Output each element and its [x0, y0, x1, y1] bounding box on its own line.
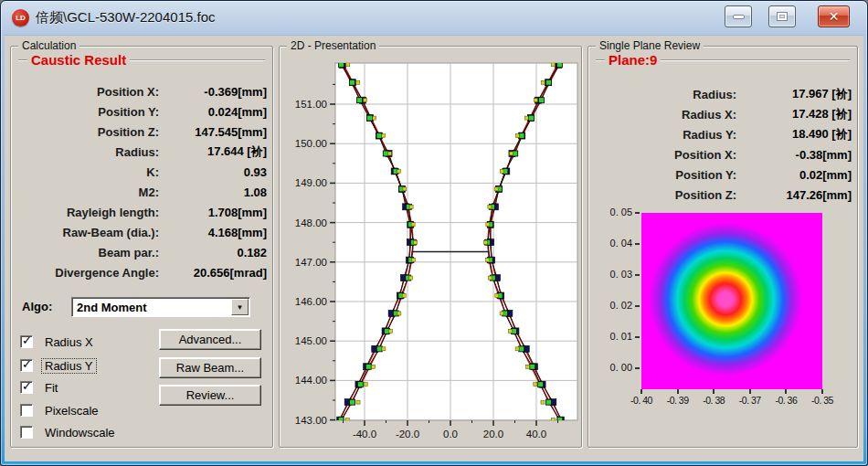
beam-x-tick-label: -0. 40 [623, 395, 660, 406]
svg-text:151.00: 151.00 [295, 99, 327, 110]
plane-heading: Plane:9 [596, 52, 850, 68]
result-row: Rayleigh length:1.708[mm] [15, 202, 272, 222]
caustic-result-rows: Position X:-0.369[mm] Position Y:0.024[m… [15, 81, 272, 282]
single-plane-review-group: Single Plane Review Plane:9 Radius:17.96… [587, 46, 858, 448]
checkbox-pixelscale[interactable]: Pixelscale [20, 400, 101, 420]
svg-text:149.00: 149.00 [295, 177, 327, 188]
caustic-chart[interactable]: 143.00144.00145.00146.00147.00148.00149.… [281, 56, 581, 445]
svg-text:-40.0: -40.0 [353, 429, 376, 440]
maximize-button[interactable] [768, 5, 796, 27]
result-row: Radius X:17.428 [衸] [592, 104, 857, 124]
beam-y-tick [635, 336, 640, 338]
algo-row: Algo: 2nd Moment ▼ [11, 297, 272, 318]
calculation-group: Calculation Caustic Result Position X:-0… [10, 46, 273, 448]
advanced-button[interactable]: Advanced... [159, 329, 261, 350]
beam-x-tick-label: -0. 38 [695, 395, 732, 406]
beam-x-tick [677, 389, 679, 394]
close-button[interactable]: ✕ [818, 5, 850, 27]
svg-text:150.00: 150.00 [295, 138, 327, 149]
checkbox-radius-y[interactable]: Radius Y [20, 355, 96, 376]
checkbox-radius-x[interactable]: Radius X [20, 332, 96, 352]
result-row: Position Z:147.26[mm] [592, 185, 857, 205]
svg-text:40.0: 40.0 [526, 429, 546, 440]
presentation-group: 2D - Presentation 143.00144.00145.00146.… [279, 46, 582, 448]
maximize-icon [777, 12, 788, 21]
beam-y-tick [635, 305, 640, 307]
beam-y-tick [635, 274, 640, 276]
beam-x-tick [713, 389, 715, 394]
review-button[interactable]: Review... [159, 385, 261, 406]
raw-beam-button[interactable]: Raw Beam... [159, 357, 261, 378]
algo-label: Algo: [22, 300, 52, 313]
window-title: 倍频\GCL-530W-2204015.foc [36, 9, 216, 26]
beam-x-tick-label: -0. 39 [660, 395, 696, 406]
client-area: Calculation Caustic Result Position X:-0… [5, 35, 863, 461]
checkbox-windowscale[interactable]: Windowscale [20, 422, 118, 442]
beam-y-tick-label: 0. 02 [588, 300, 632, 311]
svg-text:143.00: 143.00 [295, 415, 327, 426]
chevron-down-icon[interactable]: ▼ [231, 299, 249, 315]
svg-text:20.0: 20.0 [483, 429, 503, 440]
result-row: K:0.93 [15, 162, 272, 182]
calculation-caption: Calculation [18, 39, 79, 52]
checkbox-icon[interactable] [20, 335, 33, 348]
beam-x-tick-label: -0. 36 [767, 395, 804, 406]
checkbox-icon[interactable] [20, 426, 33, 439]
result-row: Radius Y:18.490 [衸] [592, 124, 857, 144]
svg-text:145.00: 145.00 [295, 335, 327, 346]
minimize-icon [733, 15, 745, 19]
beam-x-tick [749, 389, 751, 394]
checkbox-fit[interactable]: Fit [20, 377, 60, 397]
beam-x-tick [785, 389, 787, 394]
beam-y-tick [635, 243, 640, 245]
minimize-button[interactable] [725, 5, 752, 27]
checkbox-icon[interactable] [20, 381, 33, 394]
algo-dropdown[interactable]: 2nd Moment ▼ [71, 297, 250, 317]
result-row: Beam par.:0.182 [15, 242, 272, 262]
result-row: Divergence Angle:20.656[mrad] [15, 262, 272, 282]
checkbox-label: Radius Y [42, 359, 96, 373]
beam-x-tick-label: -0. 35 [804, 395, 841, 406]
svg-text:147.00: 147.00 [295, 257, 327, 268]
checkbox-icon[interactable] [20, 359, 33, 372]
close-icon: ✕ [829, 10, 840, 23]
beam-y-tick [635, 212, 640, 214]
result-row: Radius:17.644 [衸] [15, 142, 272, 162]
titlebar[interactable]: LD 倍频\GCL-530W-2204015.foc ✕ [2, 2, 866, 34]
app-logo-icon: LD [12, 9, 29, 26]
result-row: Position X:-0.369[mm] [15, 81, 272, 101]
beam-y-tick-label: 0. 03 [588, 269, 632, 280]
algo-selected-value: 2nd Moment [77, 301, 147, 314]
beam-y-tick-label: 0. 01 [588, 331, 632, 342]
result-row: Position Y:0.02[mm] [592, 164, 857, 185]
svg-text:144.00: 144.00 [295, 375, 327, 386]
checkbox-label: Radius X [42, 335, 96, 349]
beam-x-tick [640, 389, 642, 394]
app-window: LD 倍频\GCL-530W-2204015.foc ✕ Calculation… [0, 0, 868, 466]
review-caption: Single Plane Review [596, 39, 704, 52]
caustic-result-heading: Caustic Result [18, 52, 265, 68]
result-row: Radius:17.967 [衸] [592, 84, 857, 104]
svg-text:148.00: 148.00 [295, 217, 327, 228]
result-row: Raw-Beam (dia.):4.168[mm] [15, 222, 272, 242]
result-row: Position X:-0.38[mm] [592, 144, 857, 164]
svg-text:-20.0: -20.0 [396, 429, 419, 440]
beam-x-tick-label: -0. 37 [732, 395, 768, 406]
result-row: M2:1.08 [15, 182, 272, 202]
beam-y-tick [635, 367, 640, 369]
checkbox-label: Fit [42, 381, 60, 395]
beam-y-tick-label: 0. 05 [588, 207, 632, 217]
presentation-caption: 2D - Presentation [287, 39, 379, 52]
svg-text:0.0: 0.0 [443, 429, 458, 440]
checkbox-label: Windowscale [42, 426, 118, 440]
checkbox-icon[interactable] [20, 404, 33, 417]
plane-result-rows: Radius:17.967 [衸] Radius X:17.428 [衸] Ra… [592, 84, 857, 205]
beam-y-tick-label: 0. 00 [588, 362, 632, 373]
result-row: Position Z:147.545[mm] [15, 122, 272, 142]
beam-profile-image [641, 213, 822, 389]
result-row: Position Y:0.024[mm] [15, 101, 272, 122]
checkbox-label: Pixelscale [42, 404, 101, 418]
svg-text:146.00: 146.00 [295, 296, 327, 307]
beam-y-tick-label: 0. 04 [588, 238, 632, 249]
beam-x-tick [821, 389, 823, 394]
